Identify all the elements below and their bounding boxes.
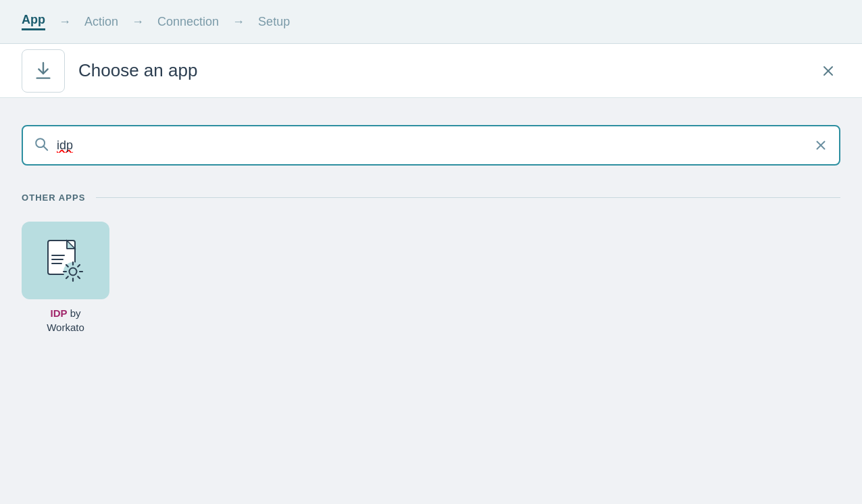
nav-step-app[interactable]: App (22, 13, 45, 30)
app-name-highlight: IDP (50, 307, 67, 319)
nav-arrow-1: → (59, 15, 71, 29)
nav-arrow-2: → (132, 15, 144, 29)
close-button[interactable] (816, 59, 840, 83)
top-nav: App → Action → Connection → Setup (0, 0, 862, 44)
section-divider (96, 197, 840, 198)
nav-arrow-3: → (232, 15, 245, 29)
search-clear-button[interactable] (813, 138, 828, 153)
idp-app-icon (41, 236, 90, 285)
search-container (22, 125, 840, 166)
header-icon-box (22, 49, 65, 93)
close-icon (820, 63, 836, 79)
section-label-other-apps: OTHER APPS (22, 193, 85, 203)
app-icon-wrapper-idp (22, 222, 109, 299)
app-name-idp: IDP byWorkato (47, 306, 84, 334)
download-icon (32, 60, 54, 82)
main-content: OTHER APPS (0, 98, 862, 504)
search-icon (34, 136, 49, 154)
app-card-idp[interactable]: IDP byWorkato (22, 222, 109, 334)
header-title: Choose an app (78, 60, 816, 81)
nav-step-setup[interactable]: Setup (258, 15, 290, 29)
app-grid: IDP byWorkato (22, 222, 840, 334)
search-input[interactable] (57, 138, 813, 153)
nav-step-connection[interactable]: Connection (157, 15, 219, 29)
section-header-other-apps: OTHER APPS (22, 193, 840, 203)
svg-line-5 (43, 146, 47, 150)
nav-steps: App → Action → Connection → Setup (22, 13, 290, 30)
header-section: Choose an app (0, 44, 862, 98)
nav-step-action[interactable]: Action (84, 15, 118, 29)
